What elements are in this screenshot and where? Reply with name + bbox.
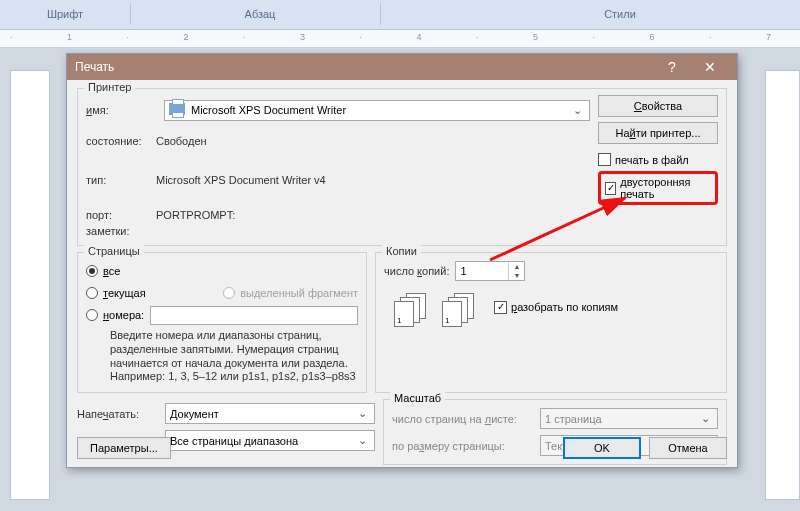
ok-button[interactable]: OK [563,437,641,459]
pages-hint: Введите номера или диапазоны страниц, ра… [86,329,358,384]
printer-name-value: Microsoft XPS Document Writer [191,104,346,116]
radio-dot [86,309,98,321]
printer-state-label: состояние: [86,135,148,147]
pages-all-label: все [103,265,120,277]
printer-icon [169,103,187,117]
titlebar[interactable]: Печать ? ✕ [67,54,737,80]
radio-dot [86,287,98,299]
collate-illustration: 3 2 1 3 2 1 [394,293,476,327]
copies-legend: Копии [382,245,421,257]
copies-count-label: число копий: [384,265,449,277]
ribbon-separator [380,3,381,25]
duplex-highlight: ✓ двусторонняя печать [598,171,718,205]
pages-numbers-input[interactable] [150,306,358,325]
dialog-title: Печать [75,60,653,74]
copies-count-spinner[interactable]: 1 ▲▼ [455,261,525,281]
chevron-down-icon: ⌄ [569,104,585,117]
checkbox-box [598,153,611,166]
checkbox-box: ✓ [494,301,507,314]
find-printer-button[interactable]: Найти принтер... [598,122,718,144]
pages-per-sheet-label: число страниц на листе: [392,413,532,425]
collate-label: разобрать по копиям [511,301,618,313]
ribbon-group-paragraph: Абзац [200,8,320,20]
printer-group: Принтер имя: Microsoft XPS Document Writ… [77,88,727,246]
pages-current-radio[interactable]: текущая [86,287,146,299]
pages-group: Страницы все текущая выделенный фрагмент [77,252,367,393]
options-button[interactable]: Параметры... [77,437,171,459]
cancel-button[interactable]: Отмена [649,437,727,459]
pages-selection-radio: выделенный фрагмент [223,287,358,299]
radio-dot [223,287,235,299]
pages-per-sheet-combo[interactable]: 1 страница ⌄ [540,408,718,429]
collate-checkbox[interactable]: ✓ разобрать по копиям [494,301,618,314]
checkbox-box: ✓ [605,182,616,195]
properties-button[interactable]: Свойства [598,95,718,117]
print-what-value: Документ [170,408,219,420]
pages-all-radio[interactable]: все [86,261,358,281]
print-what-label: Напечатать: [77,408,157,420]
printer-name-combo[interactable]: Microsoft XPS Document Writer ⌄ [164,100,590,121]
pages-numbers-radio[interactable]: номера: [86,309,144,321]
pages-per-sheet-value: 1 страница [545,413,602,425]
scale-legend: Масштаб [390,392,445,404]
ribbon-group-font: Шрифт [15,8,115,20]
copies-group: Копии число копий: 1 ▲▼ 3 2 1 [375,252,727,393]
copies-count-value: 1 [456,262,508,280]
printer-type-value: Microsoft XPS Document Writer v4 [156,174,326,186]
chevron-down-icon: ⌄ [354,407,370,420]
printer-port-value: PORTPROMPT: [156,209,235,221]
radio-dot [86,265,98,277]
ruler-ticks: · 1 · 2 · 3 · 4 · 5 · 6 · 7 · 8 · 9 · 10… [10,32,790,46]
pages-numbers-label: номера: [103,309,144,321]
help-button[interactable]: ? [653,54,691,80]
ruler: · 1 · 2 · 3 · 4 · 5 · 6 · 7 · 8 · 9 · 10… [0,30,800,48]
print-to-file-label: печать в файл [615,154,689,166]
printer-port-label: порт: [86,209,148,221]
page-stack-icon: 3 2 1 [442,293,476,327]
pages-selection-label: выделенный фрагмент [240,287,358,299]
print-to-file-checkbox[interactable]: печать в файл [598,153,718,166]
pages-current-label: текущая [103,287,146,299]
pages-legend: Страницы [84,245,144,257]
duplex-checkbox[interactable]: ✓ двусторонняя печать [605,176,711,200]
chevron-up-icon[interactable]: ▲ [509,262,524,271]
printer-state-value: Свободен [156,135,207,147]
document-page [10,70,50,500]
ribbon-group-styles: Стили [520,8,720,20]
print-what-combo[interactable]: Документ ⌄ [165,403,375,424]
chevron-down-icon[interactable]: ▼ [509,271,524,280]
spinner-arrows[interactable]: ▲▼ [508,262,524,280]
print-dialog: Печать ? ✕ Принтер имя: Microsoft XPS Do… [66,53,738,468]
printer-name-label: имя: [86,104,156,116]
page-stack-icon: 3 2 1 [394,293,428,327]
printer-notes-label: заметки: [86,225,148,237]
ribbon-separator [130,3,131,25]
chevron-down-icon: ⌄ [697,412,713,425]
duplex-label: двусторонняя печать [620,176,711,200]
close-button[interactable]: ✕ [691,54,729,80]
document-page [765,70,800,500]
printer-type-label: тип: [86,174,148,186]
printer-legend: Принтер [84,81,135,93]
